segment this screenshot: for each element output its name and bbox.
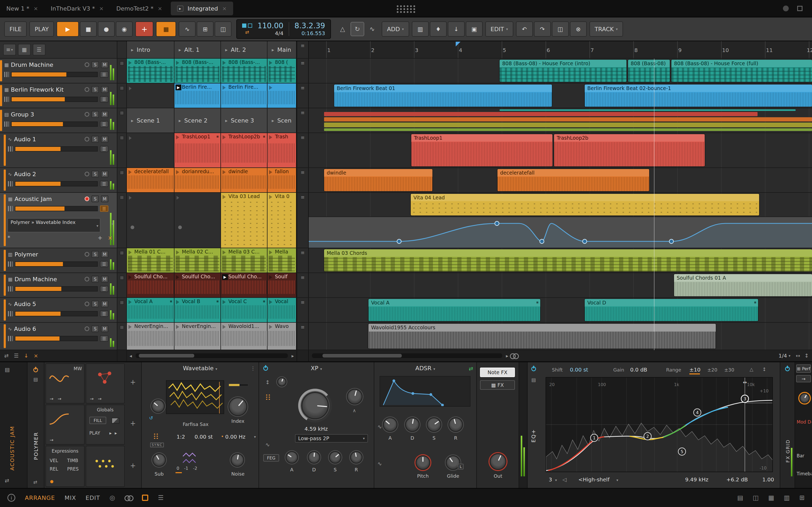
launcher-clip[interactable]: Mella 02 C... [174, 248, 221, 273]
launcher-clip[interactable]: deceleratefall [127, 168, 174, 192]
clip-launcher-record-button[interactable]: ▦ [156, 21, 176, 37]
glide-legato-badge[interactable]: L [458, 464, 464, 469]
arranger-lane[interactable]: 808 (Bass-08) - House Force (intro) 808 … [309, 59, 812, 83]
dual-display-icon[interactable]: ◎ [110, 494, 115, 501]
panel-columns-icon[interactable]: ☰ [158, 494, 164, 501]
track-select-box[interactable] [120, 136, 124, 140]
time-display[interactable]: 0:16.553 [295, 31, 325, 37]
mute-button[interactable]: M [101, 251, 108, 258]
track-select-box[interactable] [120, 300, 124, 305]
arranger-lane[interactable]: Vita 04 Lead [309, 193, 812, 248]
range-30-button[interactable]: ±30 [724, 367, 734, 373]
sync-badge[interactable]: SYNC [150, 443, 164, 447]
adsr-envelope-display[interactable] [379, 376, 470, 407]
volume-slider[interactable] [15, 262, 98, 267]
launcher-clip[interactable]: Soulf [267, 273, 297, 297]
stop-button[interactable]: ■ [80, 21, 97, 37]
lane-options-icon[interactable]: ≡ [301, 275, 305, 297]
eq-band-freq[interactable]: 9.49 kHz [685, 476, 708, 483]
launcher-clip[interactable]: Vocal C▪ [221, 298, 267, 322]
lane-options-icon[interactable]: ≡ [301, 135, 305, 167]
bar-item[interactable]: Bar [797, 453, 811, 458]
mixer-panel-toggle-icon[interactable]: ▥ [784, 494, 790, 501]
record-arm-button[interactable] [85, 172, 89, 176]
gain-value[interactable]: 0.0 dB [630, 367, 647, 373]
info-icon[interactable]: i [7, 494, 15, 502]
performance-panel-tab[interactable]: ⊞Perf [796, 364, 811, 373]
swap-tracks-icon[interactable]: ⇄ [4, 352, 9, 359]
launcher-clip[interactable]: Mella 01 C... [127, 248, 174, 273]
mute-button[interactable]: M [101, 325, 108, 332]
scene-play-icon[interactable]: ▸ [272, 47, 274, 53]
lane-options-icon[interactable]: ≡ [301, 86, 305, 108]
solo-button[interactable]: S [92, 300, 99, 307]
amp-release-knob[interactable] [448, 417, 463, 432]
arranger-lane[interactable]: Berlin Firework Beat 01 Berlin Firework … [309, 83, 812, 108]
record-button[interactable]: ● [98, 21, 115, 37]
arranger-clip[interactable]: Mella 03 Chords [324, 249, 812, 272]
launcher-clip[interactable]: Wavoloid1... [221, 323, 267, 350]
solo-button[interactable]: S [92, 136, 99, 143]
track-content-button[interactable]: ☰ [100, 286, 108, 292]
wavetable-title[interactable]: Wavetable [183, 365, 214, 372]
pin-icon[interactable]: ↓ [111, 220, 115, 226]
wavetable-position-knob[interactable] [151, 399, 165, 413]
device-expand-icon[interactable]: ⇄ [33, 479, 37, 485]
track-header[interactable]: ∿Audio 6SM ☰ [0, 323, 117, 350]
collapse-tracks-icon[interactable]: ↓ [24, 352, 29, 359]
track-header[interactable]: ∿Audio 1SM ☰ [0, 133, 117, 167]
loop-toggle-button[interactable]: ↻ [351, 22, 364, 36]
feg-decay-knob[interactable] [308, 451, 320, 464]
arranger-lane[interactable]: Mella 03 Chords [309, 248, 812, 273]
mw-modulator[interactable]: MW → → [45, 363, 85, 403]
track-header[interactable]: ▤Group 3SM ☰ [0, 108, 117, 132]
arranger-clip[interactable]: Vocal A▪ [368, 299, 540, 321]
arranger-clip[interactable]: Soulful Chords 01 A [674, 274, 812, 296]
keytrack-icon[interactable] [265, 394, 271, 400]
globals-module[interactable]: Globals FILL PLAY ▸ ▸ [86, 404, 125, 445]
eq-power-button[interactable] [531, 367, 536, 371]
track-select-box[interactable] [120, 111, 124, 115]
track-name[interactable]: Berlin Firework Kit [11, 87, 83, 93]
arranger-lane[interactable]: Soulful Chords 01 A [309, 273, 812, 297]
snap-setting[interactable]: 1/4▾ [775, 352, 794, 359]
track-select-box[interactable] [120, 171, 124, 175]
routing-arrow-button[interactable]: → [796, 375, 811, 382]
eq-band-gain[interactable]: +6.2 dB [726, 476, 748, 483]
arranger-clip[interactable]: Wavoloid1955 Acccolours [368, 324, 716, 349]
arranger-lane[interactable]: Wavoloid1955 Acccolours [309, 323, 812, 350]
amp-decay-knob[interactable] [405, 417, 420, 432]
note-fx-tab[interactable]: Note FX [480, 368, 515, 377]
solo-button[interactable]: S [92, 195, 99, 202]
position-display[interactable]: 8.3.2.39 [295, 22, 325, 30]
play-start-marker[interactable] [456, 42, 460, 47]
track-select-box[interactable] [120, 251, 124, 255]
eq-band-count[interactable]: 3 [549, 476, 552, 483]
launcher-scroll-left-button[interactable]: ◂ [128, 353, 134, 358]
snap-mode-icon[interactable]: ↔ [794, 352, 802, 359]
scene-header[interactable]: ▸Alt. 1 [174, 41, 221, 58]
timb-label[interactable]: TIMB [67, 458, 78, 463]
launcher-clip[interactable]: ▶Berlin Fire... [174, 83, 221, 108]
track-content-button[interactable]: ☰ [100, 96, 108, 103]
volume-slider[interactable] [11, 121, 98, 127]
freq-value[interactable]: 0.00 Hz [225, 434, 245, 440]
zoom-link-icon[interactable] [510, 353, 518, 358]
reset-icon[interactable]: ↺ [149, 415, 153, 420]
sub-knob[interactable] [152, 453, 166, 467]
scene-play-icon[interactable]: ▸ [225, 47, 227, 53]
solo-button[interactable]: S [92, 171, 99, 177]
lane-options-icon[interactable]: ≡ [301, 61, 305, 83]
rel-label[interactable]: REL [50, 466, 58, 471]
arranger-indicator[interactable] [248, 23, 252, 28]
arranger-clip[interactable]: TrashLoop1 [411, 134, 552, 166]
project-tab[interactable]: New 1 *× [0, 0, 44, 17]
arranger-clip[interactable]: Berlin Firework Beat 01 [334, 84, 552, 107]
track-header-selected[interactable]: ▦Acoustic JamSM ☰ Polymer » Wavetable In… [0, 193, 117, 248]
scene-header[interactable]: ▸Main [267, 41, 297, 58]
clip-stop-button[interactable] [131, 226, 134, 229]
track-header[interactable]: ▥PolymerSM ☰ [0, 248, 117, 273]
lane-options-icon[interactable]: ≡ [301, 170, 305, 192]
record-arm-button[interactable] [85, 301, 89, 306]
add-modulator-button[interactable]: + [130, 419, 136, 427]
